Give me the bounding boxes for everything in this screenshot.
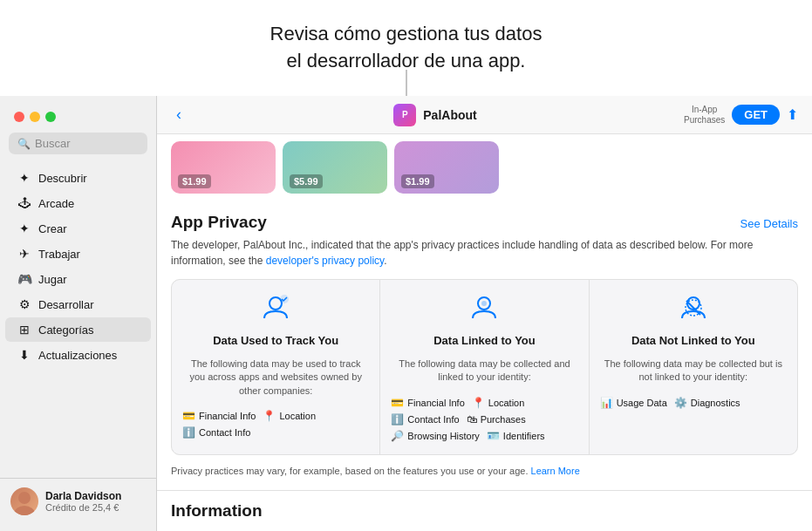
sidebar-item-label: Arcade <box>38 197 74 210</box>
sidebar-item-trabajar[interactable]: ✈Trabajar <box>5 242 151 266</box>
data-item: ⚙️ Diagnostics <box>674 397 740 409</box>
privacy-section: App Privacy See Details The developer, P… <box>157 201 812 455</box>
scroll-area[interactable]: $1.99 $5.99 $1.99 App Privacy See Detail… <box>157 134 812 531</box>
contact-icon: ℹ️ <box>182 426 195 439</box>
data-card-not-linked: Data Not Linked to You The following dat… <box>590 280 797 454</box>
info-section: Information Seller PalAbout Inc. Size 52… <box>157 490 812 531</box>
tooltip-line <box>406 70 406 96</box>
sidebar-item-label: Descubrir <box>38 172 87 185</box>
sidebar-item-jugar[interactable]: 🎮Jugar <box>5 267 151 291</box>
sidebar-item-desarrollar[interactable]: ⚙Desarrollar <box>5 292 151 317</box>
data-item: 🔎 Browsing History <box>391 430 480 442</box>
data-card-track: Data Used to Track You The following dat… <box>172 280 379 454</box>
data-item: 📍 Location <box>472 397 525 409</box>
privacy-title: App Privacy <box>171 213 267 232</box>
sidebar-item-label: Jugar <box>38 273 67 286</box>
sidebar-item-label: Crear <box>38 222 67 235</box>
sidebar-item-label: Categorías <box>38 323 94 337</box>
data-item: 💳 Financial Info <box>391 397 464 409</box>
minimize-button[interactable] <box>30 112 40 122</box>
data-linked-icon <box>468 292 500 323</box>
preview-thumb-3: $1.99 <box>394 141 499 194</box>
price-2: $5.99 <box>290 174 323 188</box>
card-track-desc: The following data may be used to track … <box>182 357 369 398</box>
sidebar-item-arcade[interactable]: 🕹Arcade <box>5 191 151 215</box>
desarrollar-icon: ⚙ <box>17 297 31 311</box>
card-track-title: Data Used to Track You <box>182 334 369 347</box>
app-title-area: P PalAbout <box>195 104 675 126</box>
share-button[interactable]: ⬆ <box>787 106 798 123</box>
svg-point-0 <box>18 492 31 504</box>
card-linked-title: Data Linked to You <box>391 334 577 347</box>
data-row: 💳 Financial Info 📍 Location <box>391 397 577 409</box>
back-button[interactable]: ‹ <box>171 104 187 126</box>
privacy-note: Privacy practices may vary, for example,… <box>157 464 812 479</box>
location-icon: 📍 <box>263 410 276 422</box>
card-not-linked-title: Data Not Linked to You <box>600 334 787 347</box>
arcade-icon: 🕹 <box>17 196 31 210</box>
nav-items: ✦Descubrir🕹Arcade✦Crear✈Trabajar🎮Jugar⚙D… <box>0 165 156 368</box>
data-item: ℹ️ Contact Info <box>182 426 250 439</box>
data-row: 🔎 Browsing History 🪪 Identifiers <box>391 430 577 442</box>
crear-icon: ✦ <box>17 221 31 235</box>
svg-point-5 <box>481 301 487 306</box>
not-linked-icon-area <box>600 292 787 323</box>
sidebar-item-actualizaciones[interactable]: ⬇Actualizaciones <box>5 343 151 367</box>
contact-label: Contact Info <box>199 427 250 438</box>
descubrir-icon: ✦ <box>17 171 31 185</box>
app-window: 🔍 Buscar ✦Descubrir🕹Arcade✦Crear✈Trabaja… <box>0 96 812 531</box>
user-info: Darla Davidson Crédito de 25,4 € <box>45 490 121 513</box>
get-button[interactable]: GET <box>732 105 780 125</box>
card-linked-desc: The following data may be collected and … <box>391 357 577 385</box>
preview-strip: $1.99 $5.99 $1.99 <box>157 134 812 201</box>
search-box[interactable]: 🔍 Buscar <box>9 133 147 154</box>
data-row: 💳 Financial Info 📍 Location <box>182 410 369 422</box>
card-not-linked-items: 📊 Usage Data ⚙️ Diagnostics <box>600 397 787 409</box>
svg-point-2 <box>270 297 282 310</box>
information-title: Information <box>171 501 798 521</box>
card-linked-items: 💳 Financial Info 📍 Location <box>391 397 577 442</box>
data-row: ℹ️ Contact Info 🛍 Purchases <box>391 413 577 425</box>
track-icon-area <box>182 292 369 323</box>
sidebar-item-label: Desarrollar <box>38 298 94 311</box>
fullscreen-button[interactable] <box>45 112 56 122</box>
traffic-lights <box>0 103 156 129</box>
data-item: ℹ️ Contact Info <box>391 413 459 425</box>
data-row: 📊 Usage Data ⚙️ Diagnostics <box>600 397 787 409</box>
price-1: $1.99 <box>178 174 211 188</box>
track-you-icon <box>260 292 291 323</box>
location-label: Location <box>279 411 316 421</box>
main-content: ‹ P PalAbout In-AppPurchases GET ⬆ $1.99… <box>157 96 812 531</box>
sidebar-item-descubrir[interactable]: ✦Descubrir <box>5 166 151 190</box>
actualizaciones-icon: ⬇ <box>17 348 31 362</box>
see-details-button[interactable]: See Details <box>740 217 798 230</box>
jugar-icon: 🎮 <box>17 272 31 286</box>
user-section: Darla Davidson Crédito de 25,4 € <box>0 478 156 524</box>
top-bar: ‹ P PalAbout In-AppPurchases GET ⬆ <box>157 96 812 134</box>
data-item: 🪪 Identifiers <box>487 430 545 442</box>
data-item: 🛍 Purchases <box>467 413 526 425</box>
sidebar-item-crear[interactable]: ✦Crear <box>5 216 151 241</box>
sidebar: 🔍 Buscar ✦Descubrir🕹Arcade✦Crear✈Trabaja… <box>0 96 157 531</box>
data-card-linked: Data Linked to You The following data ma… <box>380 280 588 454</box>
app-icon: P <box>393 104 416 126</box>
tooltip-line1: Revisa cómo gestiona tus datos <box>270 21 542 48</box>
trabajar-icon: ✈ <box>17 247 31 261</box>
linked-icon-area <box>391 292 577 323</box>
search-placeholder: Buscar <box>35 137 70 150</box>
privacy-description: The developer, PalAbout Inc., indicated … <box>171 237 798 269</box>
data-row: ℹ️ Contact Info <box>182 426 369 439</box>
price-3: $1.99 <box>401 174 434 188</box>
data-cards: Data Used to Track You The following dat… <box>171 279 798 455</box>
search-icon: 🔍 <box>17 138 31 150</box>
learn-more-link[interactable]: Learn More <box>531 466 580 476</box>
data-item: 📊 Usage Data <box>600 397 667 409</box>
data-item: 💳 Financial Info <box>182 410 256 422</box>
financial-label: Financial Info <box>199 411 256 421</box>
privacy-policy-link[interactable]: developer's privacy policy <box>266 255 384 267</box>
sidebar-item-label: Trabajar <box>38 248 80 261</box>
sidebar-item-categorias[interactable]: ⊞Categorías <box>5 317 151 342</box>
tooltip-text: Revisa cómo gestiona tus datos el desarr… <box>270 21 542 75</box>
financial-icon: 💳 <box>182 410 195 422</box>
close-button[interactable] <box>14 112 24 122</box>
